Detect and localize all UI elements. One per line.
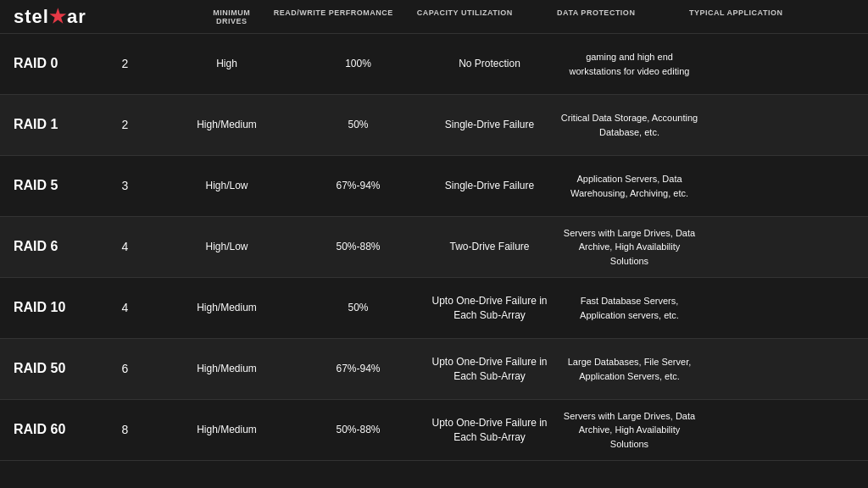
cell-cap-5: 67%-94% <box>292 355 424 383</box>
cell-rw-5: High/Medium <box>161 355 292 383</box>
logo-text: stel★ar <box>14 6 86 28</box>
cell-cap-1: 50% <box>292 111 424 139</box>
col-header-prot: DATA PROTECTION <box>531 8 662 25</box>
cell-cap-2: 67%-94% <box>292 172 424 200</box>
column-headers: MINIMUM DRIVES READ/WRITE PERFROMANCE CA… <box>107 8 854 25</box>
cell-drives-4: 4 <box>89 293 161 324</box>
table-body: RAID 0 2 High 100% No Protection gaming … <box>0 34 868 461</box>
cell-raid-3: RAID 6 <box>0 230 89 263</box>
cell-drives-0: 2 <box>89 49 161 80</box>
cell-prot-0: No Protection <box>424 50 555 78</box>
table-row: RAID 6 4 High/Low 50%-88% Two-Drive Fail… <box>0 217 868 278</box>
cell-rw-3: High/Low <box>161 233 292 261</box>
cell-rw-1: High/Medium <box>161 111 292 139</box>
cell-rw-6: High/Medium <box>161 416 292 444</box>
cell-app-1: Critical Data Storage, Accounting Databa… <box>555 104 704 146</box>
cell-cap-3: 50%-88% <box>292 233 424 261</box>
header: stel★ar MINIMUM DRIVES READ/WRITE PERFRO… <box>0 0 868 34</box>
cell-drives-5: 6 <box>89 354 161 385</box>
cell-drives-1: 2 <box>89 110 161 141</box>
cell-app-4: Fast Database Servers, Application serve… <box>555 287 704 329</box>
table-row: RAID 50 6 High/Medium 67%-94% Upto One-D… <box>0 339 868 400</box>
cell-raid-5: RAID 50 <box>0 352 89 385</box>
col-header-app: TYPICAL APPLICATION <box>662 8 810 25</box>
col-header-cap: CAPACITY UTILIZATION <box>399 8 531 25</box>
table-row: RAID 5 3 High/Low 67%-94% Single-Drive F… <box>0 156 868 217</box>
cell-prot-2: Single-Drive Failure <box>424 172 555 200</box>
cell-app-3: Servers with Large Drives, Data Archive,… <box>555 219 704 275</box>
cell-prot-3: Two-Drive Failure <box>424 233 555 261</box>
col-header-rw: READ/WRITE PERFROMANCE <box>268 8 399 25</box>
cell-prot-5: Upto One-Drive Failure in Each Sub-Array <box>424 348 555 391</box>
cell-rw-4: High/Medium <box>161 294 292 322</box>
cell-rw-2: High/Low <box>161 172 292 200</box>
cell-raid-2: RAID 5 <box>0 169 89 202</box>
cell-cap-0: 100% <box>292 50 424 78</box>
cell-prot-6: Upto One-Drive Failure in Each Sub-Array <box>424 409 555 452</box>
logo-star: ★ <box>49 6 67 27</box>
cell-cap-6: 50%-88% <box>292 416 424 444</box>
table-row: RAID 1 2 High/Medium 50% Single-Drive Fa… <box>0 95 868 156</box>
cell-drives-3: 4 <box>89 232 161 263</box>
col-header-drives: MINIMUM DRIVES <box>196 8 268 25</box>
cell-raid-1: RAID 1 <box>0 108 89 141</box>
table-row: RAID 60 8 High/Medium 50%-88% Upto One-D… <box>0 400 868 461</box>
table-row: RAID 10 4 High/Medium 50% Upto One-Drive… <box>0 278 868 339</box>
cell-raid-4: RAID 10 <box>0 291 89 324</box>
cell-rw-0: High <box>161 50 292 78</box>
cell-drives-2: 3 <box>89 171 161 202</box>
cell-app-2: Application Servers, Data Warehousing, A… <box>555 165 704 207</box>
cell-raid-6: RAID 60 <box>0 413 89 446</box>
logo: stel★ar <box>14 6 86 28</box>
cell-app-6: Servers with Large Drives, Data Archive,… <box>555 402 704 458</box>
cell-prot-1: Single-Drive Failure <box>424 111 555 139</box>
cell-drives-6: 8 <box>89 415 161 446</box>
table-row: RAID 0 2 High 100% No Protection gaming … <box>0 34 868 95</box>
cell-raid-0: RAID 0 <box>0 47 89 80</box>
cell-prot-4: Upto One-Drive Failure in Each Sub-Array <box>424 287 555 330</box>
cell-app-5: Large Databases, File Server, Applicatio… <box>555 348 704 390</box>
cell-app-0: gaming and high end workstations for vid… <box>555 43 704 85</box>
cell-cap-4: 50% <box>292 294 424 322</box>
